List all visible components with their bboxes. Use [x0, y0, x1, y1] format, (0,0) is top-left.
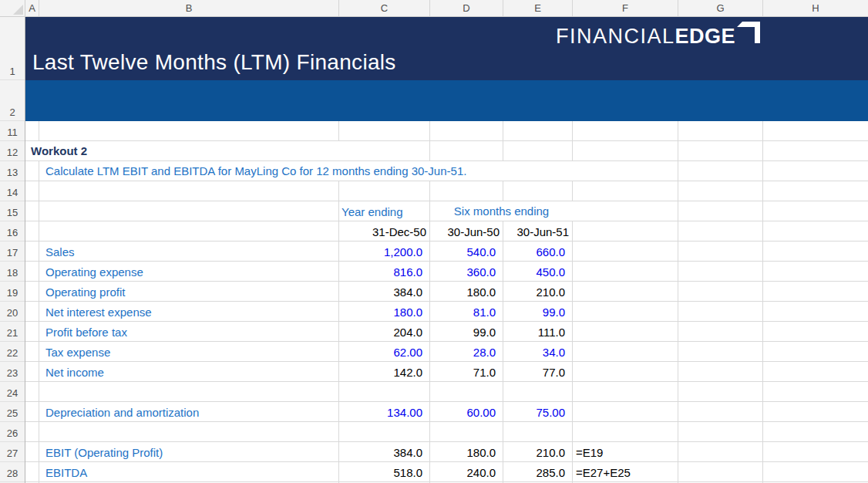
cell-year-ending-header[interactable]: Year ending	[339, 201, 430, 221]
logo-text-light: FINANCIAL	[556, 25, 675, 49]
row-header-13[interactable]: 13	[0, 161, 25, 181]
cell-label-depreciation-amortization[interactable]: Depreciation and amortization	[39, 402, 339, 422]
cell-label-operating-expense[interactable]: Operating expense	[39, 262, 339, 282]
cell-value-net-interest-expense-c[interactable]: 180.0	[339, 302, 430, 322]
sheet-grid: Workout 2 Calculate LTM EBIT and EBITDA …	[25, 121, 868, 483]
row-header-20[interactable]: 20	[0, 302, 25, 322]
cell-value-net-interest-expense-d[interactable]: 81.0	[430, 302, 503, 322]
row-header-gutter: 1 2 11 12 13 14 15 16 17 18 19 20 21 22 …	[0, 17, 25, 483]
row-header-25[interactable]: 25	[0, 402, 25, 422]
cell-value-operating-expense-c[interactable]: 816.0	[339, 262, 430, 282]
row-header-27[interactable]: 27	[0, 442, 25, 462]
cell-label-sales[interactable]: Sales	[39, 242, 339, 262]
row-header-12[interactable]: 12	[0, 141, 25, 161]
column-header-b[interactable]: B	[39, 0, 339, 16]
cell-label-ebitda[interactable]: EBITDA	[39, 462, 339, 482]
column-header-a[interactable]: A	[25, 0, 39, 16]
cell-value-ebit-e[interactable]: 210.0	[503, 442, 573, 462]
cell-date-d16[interactable]: 30-Jun-50	[430, 221, 503, 242]
cell-label-tax-expense[interactable]: Tax expense	[39, 342, 339, 362]
cell-value-depreciation-c[interactable]: 134.00	[339, 402, 430, 422]
row-header-2[interactable]: 2	[0, 80, 25, 121]
row-header-22[interactable]: 22	[0, 342, 25, 362]
row-header-21[interactable]: 21	[0, 322, 25, 342]
page-title: Last Twelve Months (LTM) Financials	[32, 50, 396, 75]
cell-workout-heading[interactable]: Workout 2	[25, 141, 339, 160]
cell-date-c16[interactable]: 31-Dec-50	[339, 221, 430, 242]
row-header-14[interactable]: 14	[0, 181, 25, 201]
row-header-24[interactable]: 24	[0, 382, 25, 402]
cell-value-ebitda-c[interactable]: 518.0	[339, 462, 430, 482]
cell-value-sales-d[interactable]: 540.0	[430, 242, 503, 262]
cell-label-net-income[interactable]: Net income	[39, 362, 339, 382]
logo-corner-icon	[737, 22, 760, 46]
row-header-18[interactable]: 18	[0, 262, 25, 282]
row-header-23[interactable]: 23	[0, 362, 25, 382]
row-header-19[interactable]: 19	[0, 282, 25, 302]
cell-value-profit-before-tax-d[interactable]: 99.0	[430, 322, 503, 342]
cell-value-tax-expense-e[interactable]: 34.0	[503, 342, 573, 362]
banner-accent-band	[25, 80, 868, 121]
cell-label-ebit[interactable]: EBIT (Operating Profit)	[39, 442, 339, 462]
cell-value-tax-expense-c[interactable]: 62.00	[339, 342, 430, 362]
cell-label-net-interest-expense[interactable]: Net interest expense	[39, 302, 339, 322]
row-header-15[interactable]: 15	[0, 201, 25, 221]
column-header-h[interactable]: H	[763, 0, 868, 16]
cell-value-ebitda-e[interactable]: 285.0	[503, 462, 573, 482]
cell-label-operating-profit[interactable]: Operating profit	[39, 282, 339, 302]
cell-date-e16[interactable]: 30-Jun-51	[503, 221, 573, 242]
cell-value-operating-expense-e[interactable]: 450.0	[503, 262, 573, 282]
financial-edge-logo: FINANCIALEDGE	[556, 25, 760, 49]
cell-value-depreciation-e[interactable]: 75.00	[503, 402, 573, 422]
cell-value-depreciation-d[interactable]: 60.00	[430, 402, 503, 422]
cell-value-ebitda-d[interactable]: 240.0	[430, 462, 503, 482]
cell-value-operating-profit-d[interactable]: 180.0	[430, 282, 503, 302]
cell-value-net-income-d[interactable]: 71.0	[430, 362, 503, 382]
cell-value-net-income-e[interactable]: 77.0	[503, 362, 573, 382]
select-all-triangle-icon	[13, 5, 23, 15]
column-header-row: A B C D E F G H	[0, 0, 868, 17]
column-header-f[interactable]: F	[573, 0, 678, 16]
cell-value-ebit-d[interactable]: 180.0	[430, 442, 503, 462]
row-header-17[interactable]: 17	[0, 242, 25, 262]
cell-value-net-income-c[interactable]: 142.0	[339, 362, 430, 382]
row-header-26[interactable]: 26	[0, 422, 25, 442]
column-header-e[interactable]: E	[503, 0, 573, 16]
row-header-11[interactable]: 11	[0, 121, 25, 141]
cell-value-sales-c[interactable]: 1,200.0	[339, 242, 430, 262]
cell-value-ebit-c[interactable]: 384.0	[339, 442, 430, 462]
select-all-corner[interactable]	[0, 0, 25, 16]
cell-formula-ebitda[interactable]: =E27+E25	[573, 462, 678, 482]
column-header-g[interactable]: G	[678, 0, 763, 16]
cell-formula-ebit[interactable]: =E19	[573, 442, 678, 462]
cell-value-net-interest-expense-e[interactable]: 99.0	[503, 302, 573, 322]
cell-value-tax-expense-d[interactable]: 28.0	[430, 342, 503, 362]
cell-value-operating-profit-c[interactable]: 384.0	[339, 282, 430, 302]
cell-value-profit-before-tax-c[interactable]: 204.0	[339, 322, 430, 342]
cell-value-operating-expense-d[interactable]: 360.0	[430, 262, 503, 282]
row-header-1[interactable]: 1	[0, 17, 25, 80]
title-banner: Last Twelve Months (LTM) Financials FINA…	[25, 17, 868, 80]
logo-text-bold: EDGE	[675, 25, 735, 49]
cell-value-operating-profit-e[interactable]: 210.0	[503, 282, 573, 302]
cell-six-months-ending-header[interactable]: Six months ending	[430, 201, 573, 221]
cell-label-profit-before-tax[interactable]: Profit before tax	[39, 322, 339, 342]
cell-value-sales-e[interactable]: 660.0	[503, 242, 573, 262]
spreadsheet-window: A B C D E F G H 1 2 11 12 13 14 15 16 17…	[0, 0, 868, 483]
column-header-c[interactable]: C	[339, 0, 430, 16]
column-header-d[interactable]: D	[430, 0, 503, 16]
cell-value-profit-before-tax-e[interactable]: 111.0	[503, 322, 573, 342]
row-header-16[interactable]: 16	[0, 221, 25, 242]
row-header-28[interactable]: 28	[0, 462, 25, 482]
cell-instruction[interactable]: Calculate LTM EBIT and EBITDA for MayLin…	[39, 161, 573, 181]
